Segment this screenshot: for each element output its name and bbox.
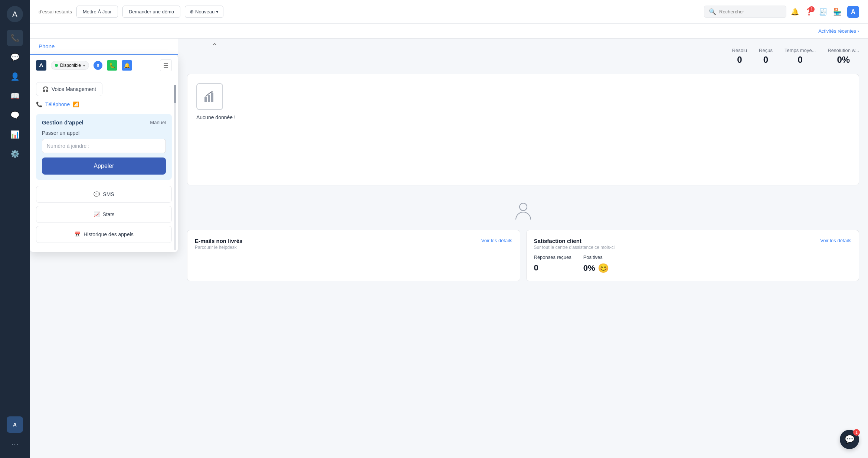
topbar-icons: 🔔 ❓ 1 🧾 🏪 A [791,6,859,18]
scrollbar-track [174,85,176,250]
sidebar-dots[interactable]: ⋯ [7,436,23,452]
person-icon-area [187,194,859,230]
recent-activities-link[interactable]: Activités récentes › [818,28,859,34]
dots-icon: ⋯ [11,439,19,448]
update-button[interactable]: Mettre À Jour [76,6,118,18]
sidebar-item-contacts[interactable]: 👤 [7,68,23,85]
help-icon[interactable]: ❓ 1 [805,8,813,16]
satisfaction-card-link[interactable]: Voir les détails [820,238,851,243]
call-card-header: Gestion d'appel Manuel [42,119,166,126]
chart-icon [196,83,223,110]
svg-rect-2 [211,93,213,102]
panel-bell-badge[interactable]: 🔔 [122,60,132,71]
stats-button[interactable]: 📈 Stats [36,206,172,223]
no-data-text: Aucune donnée ! [196,114,236,120]
status-chevron: ▾ [83,64,85,68]
history-button[interactable]: 📅 Historique des appels [36,226,172,243]
trial-text: d'essai restants [39,9,72,14]
analytics-icon: 📊 [10,130,20,139]
chat-widget[interactable]: 💬 1 [840,430,859,449]
email-card: E-mails non livrés Parcourir le helpdesk… [187,230,520,281]
store-icon[interactable]: 🏪 [833,8,841,16]
phone-icon: 📞 [10,33,20,42]
panel-header: Disponible ▾ 0 🐛 🔔 ☰ [30,55,178,76]
billing-icon[interactable]: 🧾 [819,8,827,16]
stat-resolved-label: Résolu [732,48,747,53]
main-content: d'essai restants Mettre À Jour Demander … [30,0,868,458]
smiley-icon: 😊 [598,263,609,273]
positives-label: Positives [583,254,609,260]
phone-panel: Disponible ▾ 0 🐛 🔔 ☰ 🎧 Voice Manag [30,55,178,252]
search-input[interactable] [719,9,782,14]
responses-value: 0 [534,263,571,273]
search-icon: 🔍 [709,8,716,15]
voice-management-button[interactable]: 🎧 Voice Management [36,82,102,96]
satisfaction-card-subtitle: Sur tout le centre d'assistance ce mois-… [534,245,615,250]
call-button[interactable]: Appeler [42,157,166,175]
axialys-logo [36,60,46,71]
status-label: Disponible [60,63,81,68]
call-management-card: Gestion d'appel Manuel Passer un appel A… [36,114,172,180]
phone-tab[interactable]: Phone [30,39,178,55]
stat-avg-time: Temps moye... 0 [785,48,816,65]
demo-button[interactable]: Demander une démo [122,6,180,18]
stat-received-label: Reçus [759,48,773,53]
plus-icon: ⊕ [190,9,194,14]
svg-rect-0 [204,97,207,102]
panel-menu-button[interactable]: ☰ [160,59,172,71]
phone-popup-wrapper: ⌃ Phone [30,39,178,252]
telephone-row: 📞 Téléphone 📶 [36,101,172,108]
new-button[interactable]: ⊕ Nouveau ▾ [185,6,223,18]
positives-stat: Positives 0% 😊 [583,254,609,273]
phone-number-input[interactable] [42,139,166,153]
knowledge-icon: 📖 [10,91,20,100]
stat-avg-time-label: Temps moye... [785,48,816,53]
stat-resolution-label: Resolution w... [828,48,859,53]
status-badge[interactable]: Disponible ▾ [51,61,89,70]
sidebar-bottom: A ⋯ [7,416,23,452]
sidebar-item-inbox[interactable]: 💬 [7,49,23,65]
sidebar-item-chat[interactable]: 🗨️ [7,107,23,123]
telephone-icon: 📞 [36,101,42,107]
topbar: d'essai restants Mettre À Jour Demander … [30,0,868,24]
stats-icon: 📈 [94,211,100,217]
axialys-logo-icon [36,60,46,71]
scrollbar-thumb[interactable] [174,85,176,103]
chevron-down-icon: ▾ [216,9,219,14]
positives-value: 0% [583,263,595,273]
sidebar-item-knowledge[interactable]: 📖 [7,88,23,104]
svg-point-4 [520,203,527,211]
panel-count-badge: 0 [94,61,102,70]
chevron-up-icon[interactable]: ⌃ [212,42,218,51]
logo-char: A [12,10,17,19]
call-card-mode: Manuel [150,120,166,125]
stat-resolved-value: 0 [732,55,747,65]
panel-bug-badge[interactable]: 🐛 [107,60,117,71]
headset-icon: 🎧 [42,86,49,92]
bottom-cards: E-mails non livrés Parcourir le helpdesk… [187,230,859,281]
stat-resolution-value: 0% [828,55,859,65]
email-card-subtitle: Parcourir le helpdesk [195,245,242,250]
help-badge: 1 [809,6,815,12]
email-card-link[interactable]: Voir les détails [481,238,512,243]
satisfaction-card-header: Satisfaction client Sur tout le centre d… [534,238,852,250]
notification-bell[interactable]: 🔔 [791,8,799,16]
satisfaction-card-title: Satisfaction client [534,238,615,244]
sms-button[interactable]: 💬 SMS [36,186,172,203]
sidebar-item-settings[interactable]: ⚙️ [7,146,23,162]
panel-body: 🎧 Voice Management 📞 Téléphone 📶 [30,76,178,252]
settings-icon: ⚙️ [10,149,20,158]
svg-rect-1 [208,95,210,102]
search-box[interactable]: 🔍 [704,6,786,18]
chat-icon: 🗨️ [10,111,20,120]
sidebar-logo[interactable]: A [7,6,23,22]
call-card-title: Gestion d'appel [42,119,83,126]
inbox-icon: 💬 [10,53,20,62]
stat-resolved: Résolu 0 [732,48,747,65]
sidebar-item-phone[interactable]: 📞 [7,30,23,46]
sidebar-avatar[interactable]: A [7,416,23,433]
sidebar-item-analytics[interactable]: 📊 [7,126,23,143]
contacts-icon: 👤 [10,72,20,81]
chat-widget-icon: 💬 [845,435,855,444]
satisfaction-card: Satisfaction client Sur tout le centre d… [526,230,859,281]
